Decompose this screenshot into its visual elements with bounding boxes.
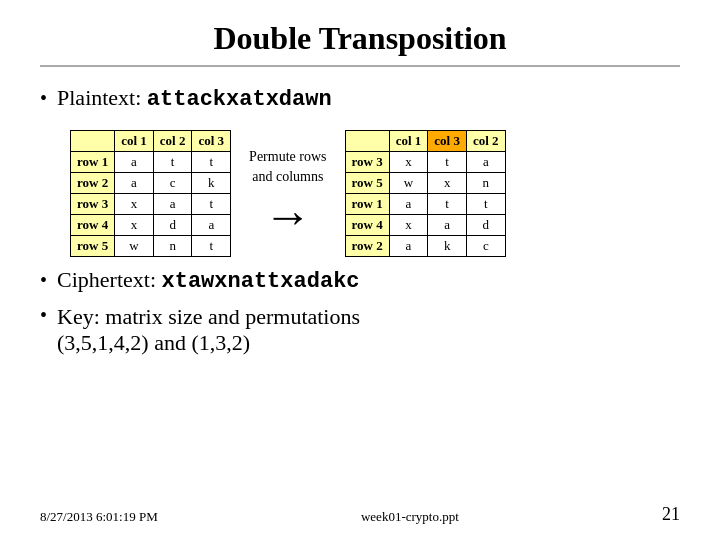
t2-r5: row 5	[345, 173, 389, 194]
plaintext-value: attackxatxdawn	[147, 87, 332, 112]
table2: col 1 col 3 col 2 row 3 x t a row 5 w x …	[345, 130, 506, 257]
footer-filename: week01-crypto.ppt	[361, 509, 459, 525]
permute-line1: Permute rows	[249, 149, 326, 164]
ciphertext-prefix: Ciphertext:	[57, 267, 161, 292]
t1-r4c2: d	[153, 215, 192, 236]
permute-section: Permute rows and columns →	[249, 147, 326, 240]
diagram-area: col 1 col 2 col 3 row 1 a t t row 2 a c …	[70, 130, 680, 257]
t1-r4: row 4	[71, 215, 115, 236]
t2-col3: col 3	[428, 131, 467, 152]
t2-r3c1: x	[389, 152, 428, 173]
key-line1: Key: matrix size and permutations	[57, 304, 360, 329]
t2-r5c2: n	[466, 173, 505, 194]
t1-r5: row 5	[71, 236, 115, 257]
t2-r4c3: a	[428, 215, 467, 236]
t1-r4c3: a	[192, 215, 231, 236]
bullet-ciphertext: • Ciphertext: xtawxnattxadakc	[40, 267, 680, 294]
t1-r3c2: a	[153, 194, 192, 215]
t1-r3: row 3	[71, 194, 115, 215]
t2-r2c1: a	[389, 236, 428, 257]
t2-col1: col 1	[389, 131, 428, 152]
t2-r1c2: t	[466, 194, 505, 215]
slide-title: Double Transposition	[40, 20, 680, 67]
table1: col 1 col 2 col 3 row 1 a t t row 2 a c …	[70, 130, 231, 257]
t1-r1c3: t	[192, 152, 231, 173]
t1-r3c3: t	[192, 194, 231, 215]
bullet-text-1: Plaintext: attackxatxdawn	[57, 85, 332, 112]
t2-r1c1: a	[389, 194, 428, 215]
plaintext-prefix: Plaintext:	[57, 85, 147, 110]
t1-col1: col 1	[115, 131, 154, 152]
key-line2: (3,5,1,4,2) and (1,3,2)	[57, 330, 250, 355]
bullet-key: • Key: matrix size and permutations (3,5…	[40, 304, 680, 356]
slide: Double Transposition • Plaintext: attack…	[0, 0, 720, 540]
t1-col3: col 3	[192, 131, 231, 152]
t1-r1: row 1	[71, 152, 115, 173]
t2-col2: col 2	[466, 131, 505, 152]
t1-empty	[71, 131, 115, 152]
t2-r2c2: c	[466, 236, 505, 257]
t2-r1c3: t	[428, 194, 467, 215]
t2-r4: row 4	[345, 215, 389, 236]
t1-r2c3: k	[192, 173, 231, 194]
t1-r4c1: x	[115, 215, 154, 236]
t1-r1c2: t	[153, 152, 192, 173]
t1-r5c1: w	[115, 236, 154, 257]
t2-r4c2: d	[466, 215, 505, 236]
t1-r2c1: a	[115, 173, 154, 194]
footer-page: 21	[662, 504, 680, 525]
t1-r1c1: a	[115, 152, 154, 173]
t2-r5c1: w	[389, 173, 428, 194]
t2-r3c2: a	[466, 152, 505, 173]
bullet-dot-3: •	[40, 304, 47, 327]
bullet-dot-2: •	[40, 269, 47, 292]
t2-r5c3: x	[428, 173, 467, 194]
t1-r5c3: t	[192, 236, 231, 257]
bullet-text-3: Key: matrix size and permutations (3,5,1…	[57, 304, 360, 356]
t2-r2c3: k	[428, 236, 467, 257]
bullet-plaintext: • Plaintext: attackxatxdawn	[40, 85, 680, 112]
bullet-dot-1: •	[40, 87, 47, 110]
t1-col2: col 2	[153, 131, 192, 152]
arrow-icon: →	[264, 192, 312, 240]
footer-timestamp: 8/27/2013 6:01:19 PM	[40, 509, 158, 525]
t2-r2: row 2	[345, 236, 389, 257]
t1-r5c2: n	[153, 236, 192, 257]
permute-line2: and columns	[252, 169, 323, 184]
t1-r2: row 2	[71, 173, 115, 194]
t1-r3c1: x	[115, 194, 154, 215]
footer: 8/27/2013 6:01:19 PM week01-crypto.ppt 2…	[40, 504, 680, 525]
t1-r2c2: c	[153, 173, 192, 194]
t2-r3c3: t	[428, 152, 467, 173]
t2-r1: row 1	[345, 194, 389, 215]
t2-empty	[345, 131, 389, 152]
t2-r3: row 3	[345, 152, 389, 173]
permute-label: Permute rows and columns	[249, 147, 326, 186]
t2-r4c1: x	[389, 215, 428, 236]
bullet-text-2: Ciphertext: xtawxnattxadakc	[57, 267, 360, 294]
ciphertext-value: xtawxnattxadakc	[162, 269, 360, 294]
